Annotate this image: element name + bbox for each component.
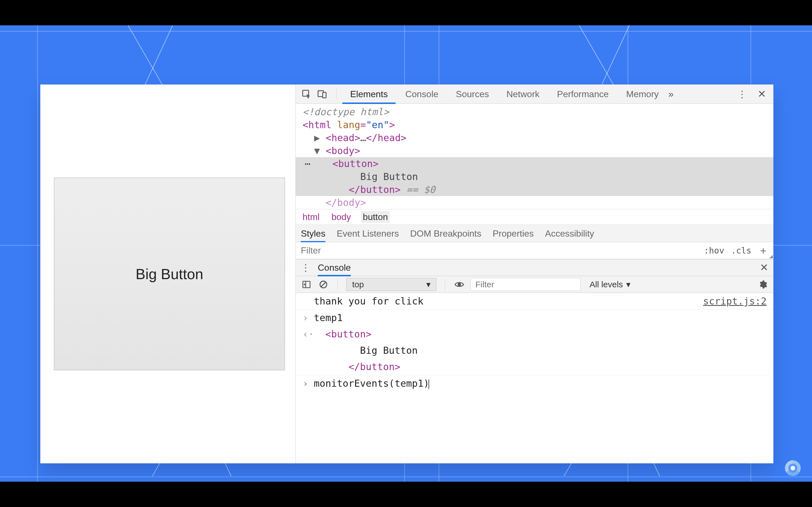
console-settings-icon[interactable] xyxy=(757,279,768,290)
console-log-row[interactable]: thank you for click script.js:2 xyxy=(296,293,773,309)
svg-point-6 xyxy=(458,283,461,286)
tab-sources[interactable]: Sources xyxy=(448,84,497,104)
console-drawer-close-icon[interactable]: ✕ xyxy=(760,262,768,274)
console-drawer-header: ⋮ Console ✕ xyxy=(296,259,773,276)
subtab-event-listeners[interactable]: Event Listeners xyxy=(337,225,399,242)
toolbar-separator xyxy=(445,279,445,290)
tabs-overflow-icon[interactable]: » xyxy=(668,89,673,100)
log-levels-select[interactable]: All levels ▾ xyxy=(586,278,634,291)
context-label: top xyxy=(352,280,364,289)
device-toggle-icon[interactable] xyxy=(317,89,328,100)
console-output-row[interactable]: ‹· <button> xyxy=(296,326,773,342)
subtab-dom-breakpoints[interactable]: DOM Breakpoints xyxy=(410,225,481,242)
dom-breadcrumb: html body button xyxy=(296,209,773,225)
console-drawer-tab[interactable]: Console xyxy=(318,259,351,276)
browser-devtools-window: Big Button Elements xyxy=(40,84,773,463)
console-toolbar: top ▾ All levels ▾ xyxy=(296,276,773,293)
new-style-rule-icon[interactable]: ＋ xyxy=(758,244,768,258)
chevron-down-icon: ▾ xyxy=(626,279,630,289)
rendered-page-pane: Big Button xyxy=(40,84,296,463)
console-prompt-row[interactable]: › monitorEvents(temp1) xyxy=(296,375,773,392)
levels-label: All levels xyxy=(590,280,623,289)
tab-console[interactable]: Console xyxy=(397,84,446,104)
tab-elements[interactable]: Elements xyxy=(342,84,396,104)
inspect-icon[interactable] xyxy=(301,89,312,100)
svg-rect-3 xyxy=(303,281,310,288)
live-expression-icon[interactable] xyxy=(454,279,465,290)
console-sidebar-toggle-icon[interactable] xyxy=(301,279,312,290)
hov-toggle[interactable]: :hov xyxy=(704,245,724,256)
console-filter-input[interactable] xyxy=(475,280,576,289)
tab-performance[interactable]: Performance xyxy=(549,84,617,104)
console-drawer-menu-icon[interactable]: ⋮ xyxy=(301,262,310,273)
dom-line[interactable]: <!doctype html> xyxy=(296,105,773,118)
devtools-close-icon[interactable]: ✕ xyxy=(755,88,768,100)
console-output-row[interactable]: Big Button xyxy=(296,342,773,358)
dom-line[interactable]: <html lang="en"> xyxy=(296,118,773,131)
subtab-properties[interactable]: Properties xyxy=(493,225,534,242)
tab-memory[interactable]: Memory xyxy=(618,84,667,104)
dom-line[interactable]: ▶ <head>…</head> xyxy=(296,131,773,144)
styles-subtab-bar: Styles Event Listeners DOM Breakpoints P… xyxy=(296,225,773,242)
execution-context-select[interactable]: top ▾ xyxy=(346,278,437,291)
clear-console-icon[interactable] xyxy=(318,279,329,290)
subtab-accessibility[interactable]: Accessibility xyxy=(545,225,594,242)
big-button[interactable]: Big Button xyxy=(54,177,285,371)
dom-tree-panel[interactable]: <!doctype html> <html lang="en"> ▶ <head… xyxy=(296,104,773,209)
dom-line-selected[interactable]: Big Button xyxy=(296,170,773,183)
crumb-button[interactable]: button xyxy=(361,211,390,223)
console-log-area[interactable]: thank you for click script.js:2 › temp1 … xyxy=(296,293,773,463)
styles-filter-input[interactable] xyxy=(301,242,704,259)
subtab-styles[interactable]: Styles xyxy=(301,225,325,242)
presentation-background: Big Button Elements xyxy=(0,25,812,482)
devtools-menu-icon[interactable]: ⋮ xyxy=(737,89,747,100)
cls-toggle[interactable]: .cls xyxy=(731,245,751,256)
svg-rect-2 xyxy=(323,93,326,98)
crumb-body[interactable]: body xyxy=(329,211,352,223)
devtools-tabbar: Elements Console Sources Network Perform… xyxy=(296,84,773,104)
console-filter-box xyxy=(470,278,580,291)
chrome-logo-icon xyxy=(785,460,801,476)
console-input-row[interactable]: › temp1 xyxy=(296,309,773,326)
dom-line-selected[interactable]: </button> == $0 xyxy=(296,183,773,196)
svg-line-5 xyxy=(321,282,326,287)
crumb-html[interactable]: html xyxy=(301,211,321,223)
toolbar-separator xyxy=(338,279,338,290)
toolbar-separator xyxy=(336,89,337,100)
resize-corner-icon[interactable] xyxy=(769,255,773,258)
devtools-panel: Elements Console Sources Network Perform… xyxy=(296,84,773,463)
chevron-down-icon: ▾ xyxy=(426,279,430,289)
console-output-row[interactable]: </button> xyxy=(296,358,773,375)
log-source-link[interactable]: script.js:2 xyxy=(703,294,767,308)
styles-filter-bar: :hov .cls ＋ xyxy=(296,242,773,259)
text-cursor xyxy=(428,379,429,389)
dom-line[interactable]: </body> xyxy=(296,196,773,209)
dom-line[interactable]: ▼ <body> xyxy=(296,144,773,157)
tab-network[interactable]: Network xyxy=(499,84,547,104)
dom-line-selected[interactable]: ⋯ <button> xyxy=(296,157,773,170)
